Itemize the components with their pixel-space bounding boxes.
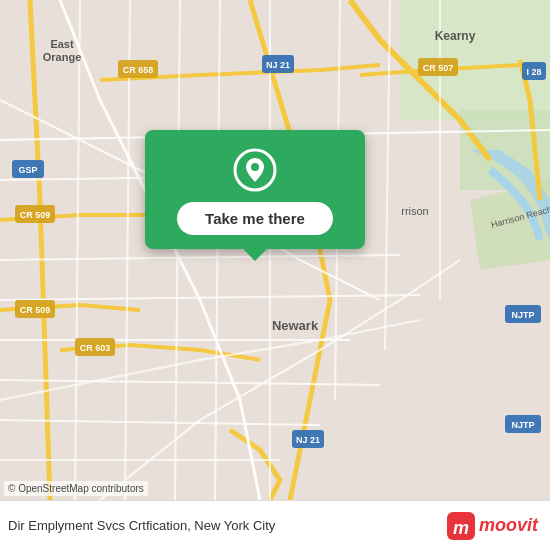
- svg-point-51: [251, 163, 259, 171]
- popup-overlay: Take me there: [145, 130, 365, 249]
- svg-text:NJTP: NJTP: [511, 420, 534, 430]
- location-name: Dir Emplyment Svcs Crtfication, New York…: [8, 518, 275, 533]
- svg-text:CR 509: CR 509: [20, 305, 51, 315]
- svg-text:m: m: [453, 518, 469, 538]
- svg-text:CR 603: CR 603: [80, 343, 111, 353]
- svg-text:NJTP: NJTP: [511, 310, 534, 320]
- svg-text:GSP: GSP: [18, 165, 37, 175]
- svg-text:Newark: Newark: [272, 318, 319, 333]
- svg-text:East: East: [50, 38, 74, 50]
- moovit-logo: m moovit: [447, 512, 538, 540]
- svg-text:CR 507: CR 507: [423, 63, 454, 73]
- svg-text:CR 658: CR 658: [123, 65, 154, 75]
- moovit-text: moovit: [479, 515, 538, 536]
- location-pin-icon: [233, 148, 277, 192]
- moovit-m-icon: m: [447, 512, 475, 540]
- svg-text:CR 509: CR 509: [20, 210, 51, 220]
- bottom-bar: Dir Emplyment Svcs Crtfication, New York…: [0, 500, 550, 550]
- map-attribution: © OpenStreetMap contributors: [4, 481, 148, 496]
- svg-text:rrison: rrison: [401, 205, 429, 217]
- take-me-there-button[interactable]: Take me there: [177, 202, 333, 235]
- svg-text:NJ 21: NJ 21: [296, 435, 320, 445]
- map-svg: GSP NJ 21 NJ 21 CR 658 CR 507 CR 509 CR …: [0, 0, 550, 500]
- svg-text:NJ 21: NJ 21: [266, 60, 290, 70]
- svg-text:I 28: I 28: [526, 67, 541, 77]
- map-container: GSP NJ 21 NJ 21 CR 658 CR 507 CR 509 CR …: [0, 0, 550, 500]
- svg-text:Orange: Orange: [43, 51, 82, 63]
- svg-text:Kearny: Kearny: [435, 29, 476, 43]
